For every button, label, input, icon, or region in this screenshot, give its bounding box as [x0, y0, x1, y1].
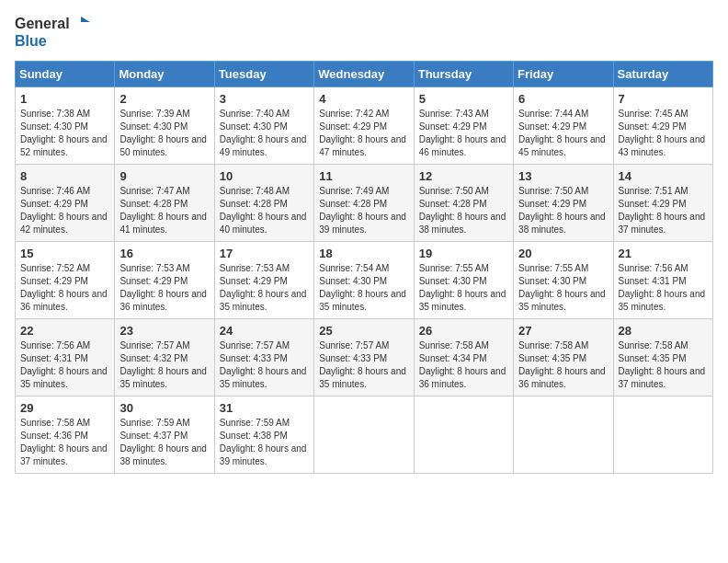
day-content: Sunrise: 7:55 AMSunset: 4:30 PMDaylight:…: [419, 262, 508, 314]
day-content: Sunrise: 7:50 AMSunset: 4:28 PMDaylight:…: [419, 185, 508, 236]
day-content: Sunrise: 7:47 AMSunset: 4:28 PMDaylight:…: [119, 185, 209, 236]
day-number: 29: [20, 401, 109, 415]
day-number: 12: [419, 169, 508, 183]
day-content: Sunrise: 7:53 AMSunset: 4:29 PMDaylight:…: [119, 262, 209, 314]
day-content: Sunrise: 7:49 AMSunset: 4:28 PMDaylight:…: [319, 185, 408, 236]
day-number: 3: [220, 92, 309, 106]
calendar-cell: 4Sunrise: 7:42 AMSunset: 4:29 PMDaylight…: [314, 86, 414, 164]
calendar-cell: 13Sunrise: 7:50 AMSunset: 4:29 PMDayligh…: [514, 164, 613, 241]
calendar-week-row: 29Sunrise: 7:58 AMSunset: 4:36 PMDayligh…: [16, 396, 713, 473]
day-number: 27: [518, 324, 608, 338]
weekday-header-monday: Monday: [115, 61, 214, 86]
day-number: 21: [619, 247, 708, 260]
calendar-cell: [414, 396, 513, 473]
day-number: 16: [119, 247, 209, 260]
header: General Blue: [15, 15, 713, 50]
day-content: Sunrise: 7:58 AMSunset: 4:35 PMDaylight:…: [518, 339, 608, 391]
calendar-cell: 6Sunrise: 7:44 AMSunset: 4:29 PMDaylight…: [514, 86, 613, 164]
calendar-cell: 3Sunrise: 7:40 AMSunset: 4:30 PMDaylight…: [214, 86, 313, 164]
calendar-cell: 18Sunrise: 7:54 AMSunset: 4:30 PMDayligh…: [314, 241, 414, 318]
day-content: Sunrise: 7:45 AMSunset: 4:29 PMDaylight:…: [619, 108, 708, 159]
calendar-cell: 15Sunrise: 7:52 AMSunset: 4:29 PMDayligh…: [16, 241, 115, 318]
day-number: 26: [419, 324, 508, 338]
day-content: Sunrise: 7:54 AMSunset: 4:30 PMDaylight:…: [319, 262, 408, 314]
calendar-cell: [514, 396, 613, 473]
calendar-cell: 12Sunrise: 7:50 AMSunset: 4:28 PMDayligh…: [414, 164, 513, 241]
day-number: 25: [319, 324, 408, 338]
calendar-cell: 31Sunrise: 7:59 AMSunset: 4:38 PMDayligh…: [214, 396, 313, 473]
calendar-cell: 11Sunrise: 7:49 AMSunset: 4:28 PMDayligh…: [314, 164, 414, 241]
logo-flag-icon: [72, 15, 90, 33]
day-content: Sunrise: 7:57 AMSunset: 4:33 PMDaylight:…: [220, 339, 309, 391]
day-content: Sunrise: 7:44 AMSunset: 4:29 PMDaylight:…: [518, 108, 608, 159]
day-content: Sunrise: 7:57 AMSunset: 4:32 PMDaylight:…: [119, 339, 209, 391]
day-content: Sunrise: 7:40 AMSunset: 4:30 PMDaylight:…: [220, 108, 309, 159]
day-number: 8: [20, 169, 109, 183]
calendar-week-row: 1Sunrise: 7:38 AMSunset: 4:30 PMDaylight…: [16, 86, 713, 164]
day-content: Sunrise: 7:56 AMSunset: 4:31 PMDaylight:…: [20, 339, 109, 391]
day-number: 28: [619, 324, 708, 338]
day-number: 15: [20, 247, 109, 260]
day-content: Sunrise: 7:46 AMSunset: 4:29 PMDaylight:…: [20, 185, 109, 236]
calendar-cell: [613, 396, 712, 473]
svg-marker-0: [81, 17, 90, 22]
weekday-header-sunday: Sunday: [16, 61, 115, 86]
day-number: 6: [518, 92, 608, 106]
calendar-cell: 2Sunrise: 7:39 AMSunset: 4:30 PMDaylight…: [115, 86, 214, 164]
day-number: 9: [119, 169, 209, 183]
day-number: 22: [20, 324, 109, 338]
calendar-week-row: 22Sunrise: 7:56 AMSunset: 4:31 PMDayligh…: [16, 318, 713, 396]
calendar-week-row: 8Sunrise: 7:46 AMSunset: 4:29 PMDaylight…: [16, 164, 713, 241]
day-number: 10: [220, 169, 309, 183]
day-number: 18: [319, 247, 408, 260]
calendar-cell: 10Sunrise: 7:48 AMSunset: 4:28 PMDayligh…: [214, 164, 313, 241]
day-content: Sunrise: 7:58 AMSunset: 4:36 PMDaylight:…: [20, 417, 109, 468]
weekday-header-saturday: Saturday: [613, 61, 712, 86]
day-number: 2: [119, 92, 209, 106]
logo-container: General Blue: [15, 15, 90, 50]
day-number: 7: [619, 92, 708, 106]
day-number: 31: [220, 401, 309, 415]
day-number: 19: [419, 247, 508, 260]
calendar-cell: 26Sunrise: 7:58 AMSunset: 4:34 PMDayligh…: [414, 318, 513, 396]
day-number: 4: [319, 92, 408, 106]
day-content: Sunrise: 7:48 AMSunset: 4:28 PMDaylight:…: [220, 185, 309, 236]
day-content: Sunrise: 7:56 AMSunset: 4:31 PMDaylight:…: [619, 262, 708, 314]
calendar-cell: 25Sunrise: 7:57 AMSunset: 4:33 PMDayligh…: [314, 318, 414, 396]
calendar-cell: 8Sunrise: 7:46 AMSunset: 4:29 PMDaylight…: [16, 164, 115, 241]
calendar-cell: 14Sunrise: 7:51 AMSunset: 4:29 PMDayligh…: [613, 164, 712, 241]
day-number: 23: [119, 324, 209, 338]
day-number: 14: [619, 169, 708, 183]
calendar-cell: 16Sunrise: 7:53 AMSunset: 4:29 PMDayligh…: [115, 241, 214, 318]
day-content: Sunrise: 7:57 AMSunset: 4:33 PMDaylight:…: [319, 339, 408, 391]
day-number: 17: [220, 247, 309, 260]
day-content: Sunrise: 7:53 AMSunset: 4:29 PMDaylight:…: [220, 262, 309, 314]
day-number: 13: [518, 169, 608, 183]
logo: General Blue: [15, 15, 90, 50]
calendar-cell: 28Sunrise: 7:58 AMSunset: 4:35 PMDayligh…: [613, 318, 712, 396]
day-content: Sunrise: 7:52 AMSunset: 4:29 PMDaylight:…: [20, 262, 109, 314]
day-content: Sunrise: 7:59 AMSunset: 4:38 PMDaylight:…: [220, 417, 309, 468]
calendar-cell: 23Sunrise: 7:57 AMSunset: 4:32 PMDayligh…: [115, 318, 214, 396]
calendar-cell: 30Sunrise: 7:59 AMSunset: 4:37 PMDayligh…: [115, 396, 214, 473]
calendar-cell: [314, 396, 414, 473]
weekday-header-wednesday: Wednesday: [314, 61, 414, 86]
day-content: Sunrise: 7:59 AMSunset: 4:37 PMDaylight:…: [119, 417, 209, 468]
weekday-header-thursday: Thursday: [414, 61, 513, 86]
logo-blue: Blue: [15, 33, 90, 50]
day-number: 24: [220, 324, 309, 338]
weekday-header-friday: Friday: [514, 61, 613, 86]
weekday-header-tuesday: Tuesday: [214, 61, 313, 86]
calendar-cell: 27Sunrise: 7:58 AMSunset: 4:35 PMDayligh…: [514, 318, 613, 396]
calendar-cell: 5Sunrise: 7:43 AMSunset: 4:29 PMDaylight…: [414, 86, 513, 164]
day-content: Sunrise: 7:39 AMSunset: 4:30 PMDaylight:…: [119, 108, 209, 159]
day-number: 1: [20, 92, 109, 106]
calendar-cell: 20Sunrise: 7:55 AMSunset: 4:30 PMDayligh…: [514, 241, 613, 318]
day-content: Sunrise: 7:55 AMSunset: 4:30 PMDaylight:…: [518, 262, 608, 314]
day-content: Sunrise: 7:58 AMSunset: 4:34 PMDaylight:…: [419, 339, 508, 391]
day-number: 11: [319, 169, 408, 183]
day-number: 20: [518, 247, 608, 260]
calendar-cell: 1Sunrise: 7:38 AMSunset: 4:30 PMDaylight…: [16, 86, 115, 164]
calendar-cell: 9Sunrise: 7:47 AMSunset: 4:28 PMDaylight…: [115, 164, 214, 241]
calendar-cell: 7Sunrise: 7:45 AMSunset: 4:29 PMDaylight…: [613, 86, 712, 164]
